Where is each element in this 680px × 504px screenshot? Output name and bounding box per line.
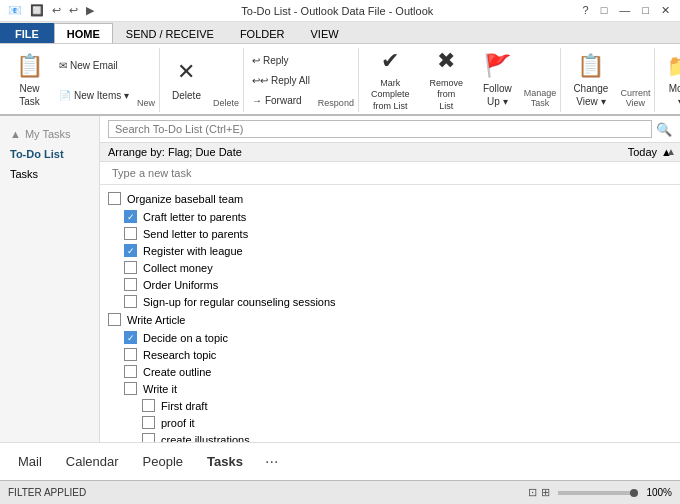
nav-item-calendar[interactable]: Calendar [64, 450, 121, 473]
move-button[interactable]: 📁 Move ▾ [659, 50, 680, 110]
tab-folder[interactable]: FOLDER [227, 23, 298, 43]
task-label-register-league: Register with league [143, 245, 243, 257]
follow-up-button[interactable]: 🚩 Follow Up ▾ [475, 50, 520, 110]
checkbox-research-topic[interactable] [124, 348, 137, 361]
sidebar-item-todo-list[interactable]: To-Do List [0, 144, 99, 164]
task-item-collect-money[interactable]: Collect money [100, 259, 680, 276]
titlebar-icon2: 🔲 [28, 4, 46, 17]
zoom-slider-thumb[interactable] [630, 489, 638, 497]
reply-all-label: Reply All [271, 75, 310, 86]
new-group-label: New [137, 98, 155, 108]
ribbon-group-current-view: 📋 ChangeView ▾ Current View [561, 48, 655, 112]
checkbox-decide-topic[interactable] [124, 331, 137, 344]
status-filter-label: FILTER APPLIED [8, 487, 86, 498]
task-label-craft-letter: Craft letter to parents [143, 211, 246, 223]
bottom-nav: Mail Calendar People Tasks ··· [0, 442, 680, 480]
checkbox-collect-money[interactable] [124, 261, 137, 274]
task-item-craft-letter[interactable]: Craft letter to parents [100, 208, 680, 225]
new-task-input[interactable] [108, 164, 672, 182]
group-label-write-article: Write Article [127, 314, 185, 326]
forward-icon: → [252, 95, 262, 106]
close-button[interactable]: ✕ [657, 4, 674, 17]
reply-button[interactable]: ↩ Reply [248, 52, 314, 68]
nav-item-people[interactable]: People [141, 450, 185, 473]
nav-item-tasks[interactable]: Tasks [205, 450, 245, 473]
nav-item-mail[interactable]: Mail [16, 450, 44, 473]
task-label-create-illustrations: create illustrations [161, 434, 250, 443]
tab-view[interactable]: VIEW [298, 23, 352, 43]
delete-button[interactable]: ✕ Delete [164, 50, 209, 110]
ribbon-group-new: 📋 New Task ✉ New Email 📄 New Items ▾ New [4, 48, 160, 112]
search-input[interactable] [108, 120, 652, 138]
minimize-button[interactable]: — [615, 4, 634, 17]
sidebar-item-tasks[interactable]: Tasks [0, 164, 99, 184]
my-tasks-section: ▲ My Tasks [0, 124, 99, 144]
task-label-write-it: Write it [143, 383, 177, 395]
task-item-first-draft[interactable]: First draft [100, 397, 680, 414]
ribbon-group-actions: 📁 Move ▾ 📓 OneNote Actions [655, 48, 680, 112]
my-tasks-collapse-icon[interactable]: ▲ [10, 128, 21, 140]
checkbox-send-letter[interactable] [124, 227, 137, 240]
task-item-create-illustrations[interactable]: create illustrations [100, 431, 680, 442]
checkbox-create-illustrations[interactable] [142, 433, 155, 442]
window-title: To-Do List - Outlook Data File - Outlook [96, 5, 579, 17]
task-item-register-league[interactable]: Register with league [100, 242, 680, 259]
checkbox-first-draft[interactable] [142, 399, 155, 412]
group-checkbox-organize[interactable] [108, 192, 121, 205]
forward-button[interactable]: → Forward [248, 92, 314, 108]
new-email-button[interactable]: ✉ New Email [55, 57, 133, 73]
task-item-write-it[interactable]: Write it [100, 380, 680, 397]
new-task-icon: 📋 [16, 52, 43, 81]
task-item-proof-it[interactable]: proof it [100, 414, 680, 431]
window-controls[interactable]: ? □ — □ ✕ [579, 4, 674, 17]
new-task-button[interactable]: 📋 New Task [8, 50, 51, 110]
follow-up-label: Follow Up ▾ [483, 82, 512, 108]
mark-complete-label: MarkCompletefrom List [371, 78, 410, 113]
search-icon: 🔍 [656, 122, 672, 137]
remove-from-list-button[interactable]: ✖ Removefrom List [421, 50, 471, 110]
maximize-button[interactable]: □ [638, 4, 653, 17]
ribbon-collapse-button[interactable]: ▲ [666, 146, 676, 157]
sort-label: Arrange by: Flag; Due Date [108, 146, 242, 158]
checkbox-register-league[interactable] [124, 244, 137, 257]
task-item-decide-topic[interactable]: Decide on a topic [100, 329, 680, 346]
new-email-label: New Email [70, 60, 118, 71]
tab-file[interactable]: FILE [0, 23, 54, 43]
email-icon: ✉ [59, 60, 67, 71]
sort-bar: Arrange by: Flag; Due Date Today ▲ [100, 143, 680, 162]
restore-button[interactable]: □ [597, 4, 612, 17]
task-item-research-topic[interactable]: Research topic [100, 346, 680, 363]
task-item-create-outline[interactable]: Create outline [100, 363, 680, 380]
task-group-organize-baseball[interactable]: Organize baseball team [100, 189, 680, 208]
group-label-organize: Organize baseball team [127, 193, 243, 205]
titlebar-icon3: ↩ [50, 4, 63, 17]
current-view-group-label: Current View [620, 88, 650, 108]
titlebar-icon5: ▶ [84, 4, 96, 17]
change-view-button[interactable]: 📋 ChangeView ▾ [565, 50, 616, 110]
zoom-slider[interactable] [558, 491, 638, 495]
task-label-create-outline: Create outline [143, 366, 212, 378]
checkbox-write-it[interactable] [124, 382, 137, 395]
task-item-signup-counseling[interactable]: Sign-up for regular counseling sessions [100, 293, 680, 310]
checkbox-proof-it[interactable] [142, 416, 155, 429]
checkbox-order-uniforms[interactable] [124, 278, 137, 291]
checkbox-signup-counseling[interactable] [124, 295, 137, 308]
task-group-write-article[interactable]: Write Article [100, 310, 680, 329]
nav-more-button[interactable]: ··· [265, 453, 278, 471]
tab-home[interactable]: HOME [54, 23, 113, 43]
reply-label: Reply [263, 55, 289, 66]
group-checkbox-write-article[interactable] [108, 313, 121, 326]
checkbox-create-outline[interactable] [124, 365, 137, 378]
change-view-icon: 📋 [577, 52, 604, 81]
mark-complete-button[interactable]: ✔ MarkCompletefrom List [363, 50, 418, 110]
checkbox-craft-letter[interactable] [124, 210, 137, 223]
new-items-button[interactable]: 📄 New Items ▾ [55, 87, 133, 103]
tasks-label: Tasks [10, 168, 38, 180]
manage-task-group-label: Manage Task [524, 88, 557, 108]
task-item-send-letter[interactable]: Send letter to parents [100, 225, 680, 242]
task-item-order-uniforms[interactable]: Order Uniforms [100, 276, 680, 293]
help-button[interactable]: ? [579, 4, 593, 17]
tab-send-receive[interactable]: SEND / RECEIVE [113, 23, 227, 43]
ribbon-group-manage-task: ✔ MarkCompletefrom List ✖ Removefrom Lis… [359, 48, 561, 112]
reply-all-button[interactable]: ↩↩ Reply All [248, 72, 314, 88]
